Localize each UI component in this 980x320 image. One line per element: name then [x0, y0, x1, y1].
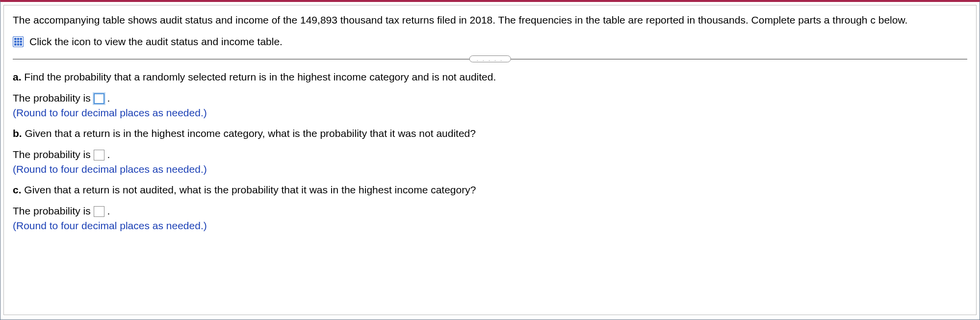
- part-c-answer-input[interactable]: [94, 206, 104, 217]
- table-icon[interactable]: [13, 36, 24, 47]
- part-a-hint: (Round to four decimal places as needed.…: [13, 106, 967, 120]
- part-c-answer-prefix: The probability is: [13, 205, 91, 216]
- part-a-label: a.: [13, 71, 22, 82]
- part-b-answer-suffix: .: [107, 149, 110, 160]
- part-c-question: Given that a return is not audited, what…: [24, 184, 476, 195]
- table-link-text[interactable]: Click the icon to view the audit status …: [29, 36, 283, 48]
- part-b-label: b.: [13, 128, 22, 139]
- question-panel: The accompanying table shows audit statu…: [0, 0, 980, 320]
- part-a-answer-prefix: The probability is: [13, 92, 91, 104]
- part-b-answer-input[interactable]: [94, 150, 104, 160]
- part-c-label: c.: [13, 184, 22, 195]
- part-a-answer-input[interactable]: [94, 93, 104, 104]
- part-b-answer-prefix: The probability is: [13, 149, 91, 160]
- part-c-answer-line: The probability is .: [13, 204, 967, 218]
- part-b-question: Given that a return is in the highest in…: [25, 128, 476, 139]
- part-b-answer-line: The probability is .: [13, 148, 967, 161]
- part-a: a. Find the probability that a randomly …: [13, 70, 967, 120]
- part-c-hint: (Round to four decimal places as needed.…: [13, 219, 967, 233]
- part-a-question: Find the probability that a randomly sel…: [24, 71, 496, 82]
- part-b: b. Given that a return is in the highest…: [13, 127, 967, 176]
- svg-rect-1: [14, 38, 22, 46]
- part-a-answer-suffix: .: [107, 92, 110, 104]
- section-separator: . . . . .: [13, 54, 967, 63]
- separator-pill[interactable]: . . . . .: [469, 55, 511, 62]
- part-c-answer-suffix: .: [107, 205, 110, 216]
- question-content: The accompanying table shows audit statu…: [3, 5, 977, 315]
- part-c: c. Given that a return is not audited, w…: [13, 183, 967, 233]
- part-b-hint: (Round to four decimal places as needed.…: [13, 162, 967, 176]
- part-a-answer-line: The probability is .: [13, 91, 967, 105]
- table-link-row: Click the icon to view the audit status …: [13, 36, 967, 48]
- question-intro: The accompanying table shows audit statu…: [13, 13, 967, 27]
